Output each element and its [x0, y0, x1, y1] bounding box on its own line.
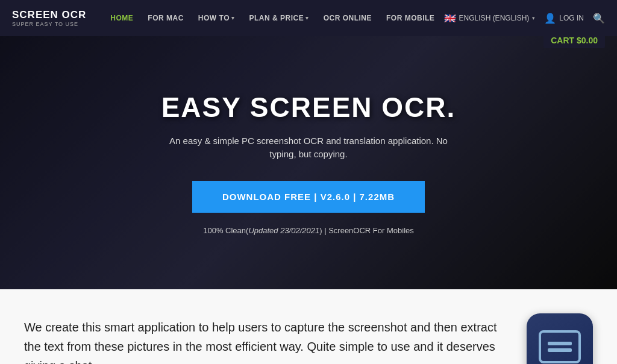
- hero-section: EASY SCREEN OCR. An easy & simple PC scr…: [0, 36, 617, 289]
- chevron-down-icon: ▾: [305, 15, 309, 21]
- clean-suffix: ) | ScreenOCR For Mobiles: [319, 226, 414, 235]
- cart-area[interactable]: CART $0.00: [543, 33, 605, 48]
- bottom-description: We create this smart application to help…: [24, 318, 509, 364]
- logo-subtitle: SUPER EASY TO USE: [12, 21, 86, 27]
- nav-how-to[interactable]: HOW TO ▾: [192, 10, 241, 26]
- login-button[interactable]: 👤 LOG IN: [544, 13, 584, 24]
- chevron-down-icon: ▾: [231, 15, 235, 21]
- nav-home[interactable]: HOME: [104, 10, 139, 26]
- flag-icon: 🇬🇧: [444, 13, 456, 24]
- nav-for-mac[interactable]: FOR MAC: [142, 10, 190, 26]
- main-nav: HOME FOR MAC HOW TO ▾ PLAN & PRICE ▾ OCR…: [104, 10, 443, 26]
- logo-title: SCREEN OCR: [12, 9, 86, 21]
- header-right: 🇬🇧 ENGLISH (ENGLISH) ▾ 👤 LOG IN 🔍 CART $…: [444, 13, 605, 24]
- app-icon-inner: [539, 330, 581, 363]
- app-icon: [527, 313, 593, 364]
- language-selector[interactable]: 🇬🇧 ENGLISH (ENGLISH) ▾: [444, 13, 536, 24]
- hero-content: EASY SCREEN OCR. An easy & simple PC scr…: [146, 79, 471, 247]
- icon-line-bottom: [548, 348, 572, 352]
- download-button[interactable]: DOWNLOAD FREE | v2.6.0 | 7.22MB: [192, 181, 425, 213]
- bottom-section: We create this smart application to help…: [0, 289, 617, 364]
- site-header: SCREEN OCR SUPER EASY TO USE HOME FOR MA…: [0, 0, 617, 36]
- clean-prefix: 100% Clean(: [203, 226, 248, 235]
- clean-date: Updated 23/02/2021: [248, 226, 319, 235]
- chevron-down-icon: ▾: [532, 15, 535, 21]
- nav-plan-price[interactable]: PLAN & PRICE ▾: [243, 10, 315, 26]
- cart-label: CART $0.00: [551, 36, 598, 45]
- person-icon: 👤: [544, 13, 556, 24]
- nav-ocr-online[interactable]: OCR ONLINE: [318, 10, 378, 26]
- hero-clean-info: 100% Clean(Updated 23/02/2021) | ScreenO…: [158, 226, 459, 235]
- nav-for-mobile[interactable]: FOR MOBILE: [380, 10, 440, 26]
- logo[interactable]: SCREEN OCR SUPER EASY TO USE: [12, 9, 86, 27]
- icon-line-top: [548, 342, 572, 345]
- search-button[interactable]: 🔍: [593, 13, 605, 24]
- hero-subtitle: An easy & simple PC screenshot OCR and t…: [158, 134, 459, 162]
- hero-title: EASY SCREEN OCR.: [158, 91, 459, 124]
